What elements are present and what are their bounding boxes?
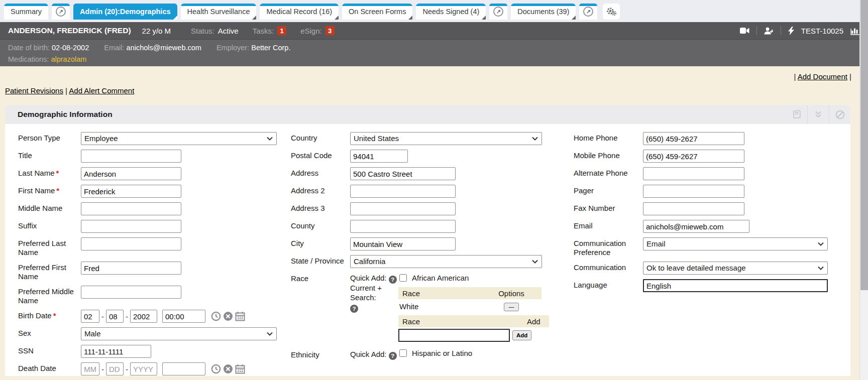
panel-header: Demographic Information (5, 105, 850, 124)
sex-select[interactable]: Male (81, 327, 277, 340)
lightning-bolt-icon[interactable] (788, 27, 794, 35)
time-now-button[interactable] (211, 311, 221, 321)
tab-on-screen-forms-label: On Screen Forms (349, 8, 406, 16)
suffix-input[interactable] (81, 220, 181, 233)
panel-collapse-button[interactable] (807, 105, 829, 124)
person-type-label: Person Type (18, 132, 81, 143)
panel-disable-button[interactable] (829, 105, 850, 124)
alternate-phone-input[interactable] (643, 167, 744, 180)
ethnicity-helper-labels: Quick Add: ? (350, 349, 398, 360)
bar-chart-icon[interactable] (850, 27, 860, 35)
document-link-row: | Add Document | (0, 72, 868, 81)
clear-circle-icon (223, 364, 233, 374)
city-input[interactable] (350, 237, 456, 250)
death-month-input[interactable] (81, 362, 99, 375)
race-search-input[interactable] (398, 329, 510, 342)
communication-select[interactable]: Ok to leave detailed message (643, 262, 828, 275)
tab-on-screen-forms[interactable]: On Screen Forms (342, 4, 412, 20)
ethnicity-hispanic-checkbox[interactable] (399, 349, 407, 357)
email-input[interactable] (643, 220, 749, 233)
preferred-first-name-input[interactable] (81, 262, 181, 275)
state-province-select[interactable]: California (350, 255, 542, 268)
birth-date-label: Birth Date* (18, 310, 81, 320)
scrollbar-thumb[interactable] (860, 0, 868, 290)
add-alert-comment-link[interactable]: Add Alert Comment (69, 86, 134, 95)
patient-info-bar: Date of birth: 02-08-2002 Email: anichol… (0, 39, 868, 66)
calendar-picker-button[interactable] (235, 364, 245, 374)
birth-month-input[interactable] (81, 310, 99, 323)
video-camera-icon[interactable] (740, 27, 749, 34)
gears-icon (606, 7, 616, 16)
tab-health-surveillance[interactable]: Health Surveillance (181, 4, 257, 20)
tab-admin-demographics[interactable]: Admin (20):Demographics (73, 4, 177, 20)
panel-journal-button[interactable] (786, 105, 807, 124)
pager-input[interactable] (643, 185, 744, 198)
preferred-last-name-label: Preferred Last Name (18, 237, 81, 257)
clear-date-button[interactable] (223, 311, 233, 321)
open-new-window-icon: ↗ (583, 7, 593, 17)
tab-summary-popout-button[interactable]: ↗ (52, 4, 70, 20)
tab-settings-button[interactable] (603, 4, 620, 20)
patient-revisions-link[interactable]: Patient Revisions (5, 86, 63, 95)
tasks-count-badge[interactable]: 1 (277, 26, 286, 35)
preferred-last-name-input[interactable] (81, 237, 181, 250)
esign-count-badge[interactable]: 3 (325, 26, 335, 35)
communication-preference-select[interactable]: Email (643, 237, 828, 250)
birth-time-input[interactable] (162, 310, 205, 323)
communication-label: Communication (574, 262, 643, 272)
tasks-label: Tasks: (253, 27, 274, 35)
address2-input[interactable] (350, 185, 456, 198)
postal-code-label: Postal Code (291, 150, 350, 160)
country-select[interactable]: United States (350, 132, 542, 145)
tab-summary[interactable]: Summary (4, 4, 48, 20)
middle-name-input[interactable] (81, 202, 181, 215)
add-person-icon[interactable] (764, 27, 774, 35)
vertical-scrollbar[interactable] (859, 0, 868, 380)
preferred-middle-name-input[interactable] (81, 286, 181, 299)
chevron-down-icon (267, 137, 273, 141)
help-icon[interactable]: ? (350, 305, 358, 313)
first-name-input[interactable] (81, 185, 181, 198)
fax-number-input[interactable] (643, 202, 744, 215)
home-phone-input[interactable] (643, 132, 744, 145)
remove-race-button[interactable]: — (504, 303, 519, 311)
race-row-white: White — (398, 299, 541, 313)
time-now-button[interactable] (211, 364, 221, 374)
calendar-picker-button[interactable] (235, 311, 245, 321)
help-icon[interactable]: ? (389, 276, 397, 284)
ethnicity-label: Ethnicity (291, 349, 350, 359)
demographics-form: Person Type Employee Title Last Name* Fi… (5, 124, 850, 376)
status-value: Active (218, 27, 239, 35)
birth-year-input[interactable] (130, 310, 157, 323)
address-label: Address (291, 167, 350, 178)
chevron-down-icon (818, 242, 824, 246)
death-year-input[interactable] (130, 362, 157, 375)
death-time-input[interactable] (162, 362, 205, 375)
postal-code-input[interactable] (350, 150, 408, 163)
person-type-select[interactable]: Employee (81, 132, 277, 145)
add-race-button[interactable]: Add (512, 330, 531, 340)
birth-day-input[interactable] (106, 310, 124, 323)
open-new-window-icon: ↗ (56, 7, 66, 17)
medications-value[interactable]: alprazolam (51, 55, 86, 63)
tab-health-surveillance-label: Health Surveillance (187, 8, 250, 16)
last-name-input[interactable] (81, 167, 181, 180)
help-icon[interactable]: ? (389, 352, 397, 360)
title-input[interactable] (81, 150, 181, 163)
language-input[interactable] (643, 279, 828, 292)
tab-documents-popout-button[interactable]: ↗ (579, 4, 597, 20)
county-input[interactable] (350, 220, 456, 233)
tab-medical-record[interactable]: Medical Record (16) (260, 4, 339, 20)
ssn-input[interactable] (81, 345, 151, 358)
race-african-american-checkbox[interactable] (399, 274, 407, 282)
death-day-input[interactable] (106, 362, 124, 375)
add-document-link[interactable]: Add Document (798, 72, 847, 81)
revision-link-row: Patient Revisions | Add Alert Comment (0, 86, 868, 95)
clear-date-button[interactable] (223, 364, 233, 374)
tab-documents[interactable]: Documents (39) (511, 4, 576, 20)
tab-needs-signed[interactable]: Needs Signed (4) (416, 4, 486, 20)
mobile-phone-input[interactable] (643, 150, 744, 163)
tab-needs-signed-popout-button[interactable]: ↗ (489, 4, 507, 20)
address3-input[interactable] (350, 202, 456, 215)
address-input[interactable] (350, 167, 456, 180)
